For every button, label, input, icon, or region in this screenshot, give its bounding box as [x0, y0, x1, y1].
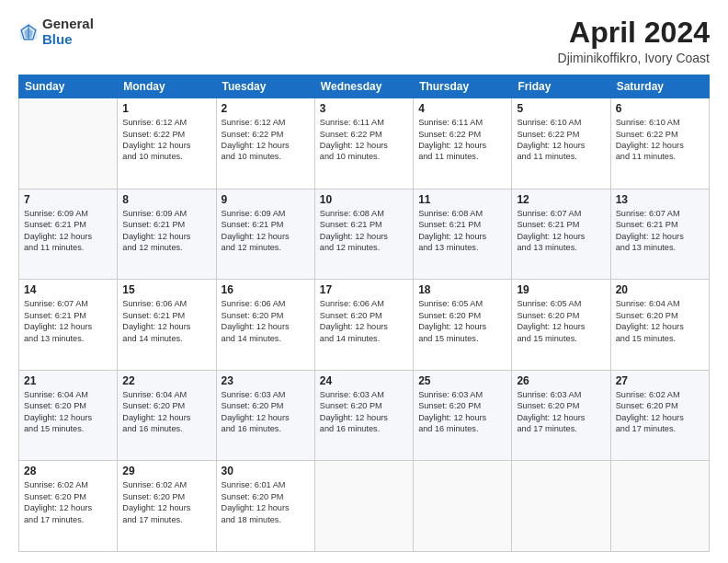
calendar-cell: 7Sunrise: 6:09 AM Sunset: 6:21 PM Daylig…	[19, 189, 118, 280]
calendar-cell: 23Sunrise: 6:03 AM Sunset: 6:20 PM Dayli…	[216, 370, 314, 461]
calendar-cell	[414, 461, 512, 552]
day-number: 12	[517, 193, 605, 206]
calendar-cell: 4Sunrise: 6:11 AM Sunset: 6:22 PM Daylig…	[414, 98, 512, 190]
day-info: Sunrise: 6:03 AM Sunset: 6:20 PM Dayligh…	[517, 389, 605, 435]
calendar-cell: 5Sunrise: 6:10 AM Sunset: 6:22 PM Daylig…	[512, 98, 610, 190]
day-info: Sunrise: 6:10 AM Sunset: 6:22 PM Dayligh…	[616, 117, 704, 163]
calendar-cell: 16Sunrise: 6:06 AM Sunset: 6:20 PM Dayli…	[216, 280, 314, 371]
day-number: 30	[222, 465, 310, 477]
day-info: Sunrise: 6:10 AM Sunset: 6:22 PM Dayligh…	[517, 117, 605, 163]
day-number: 28	[24, 465, 112, 477]
day-number: 5	[517, 102, 605, 115]
day-number: 20	[616, 283, 704, 296]
day-info: Sunrise: 6:09 AM Sunset: 6:21 PM Dayligh…	[222, 208, 310, 254]
calendar-cell: 28Sunrise: 6:02 AM Sunset: 6:20 PM Dayli…	[19, 461, 118, 552]
calendar-cell: 22Sunrise: 6:04 AM Sunset: 6:20 PM Dayli…	[118, 370, 216, 461]
day-info: Sunrise: 6:07 AM Sunset: 6:21 PM Dayligh…	[616, 208, 704, 254]
calendar-cell: 27Sunrise: 6:02 AM Sunset: 6:20 PM Dayli…	[610, 370, 709, 461]
day-number: 8	[122, 193, 210, 206]
day-info: Sunrise: 6:03 AM Sunset: 6:20 PM Dayligh…	[320, 389, 408, 435]
day-info: Sunrise: 6:03 AM Sunset: 6:20 PM Dayligh…	[222, 389, 310, 435]
day-info: Sunrise: 6:04 AM Sunset: 6:20 PM Dayligh…	[24, 389, 112, 435]
calendar-cell: 1Sunrise: 6:12 AM Sunset: 6:22 PM Daylig…	[118, 98, 216, 190]
day-number: 15	[122, 283, 210, 296]
day-info: Sunrise: 6:09 AM Sunset: 6:21 PM Dayligh…	[24, 208, 112, 254]
weekday-header: Wednesday	[314, 75, 413, 98]
day-number: 7	[24, 193, 112, 206]
day-info: Sunrise: 6:04 AM Sunset: 6:20 PM Dayligh…	[122, 389, 210, 435]
calendar-cell	[314, 461, 413, 552]
calendar-cell	[512, 461, 610, 552]
calendar-cell: 25Sunrise: 6:03 AM Sunset: 6:20 PM Dayli…	[414, 370, 512, 461]
calendar-week-row: 21Sunrise: 6:04 AM Sunset: 6:20 PM Dayli…	[19, 370, 710, 461]
weekday-header: Sunday	[19, 75, 118, 98]
day-number: 9	[222, 193, 310, 206]
day-number: 18	[418, 283, 506, 296]
calendar-week-row: 28Sunrise: 6:02 AM Sunset: 6:20 PM Dayli…	[19, 461, 710, 552]
day-info: Sunrise: 6:05 AM Sunset: 6:20 PM Dayligh…	[418, 298, 506, 344]
day-number: 29	[122, 465, 210, 477]
day-number: 11	[418, 193, 506, 206]
calendar-cell: 14Sunrise: 6:07 AM Sunset: 6:21 PM Dayli…	[19, 280, 118, 371]
day-info: Sunrise: 6:07 AM Sunset: 6:21 PM Dayligh…	[517, 208, 605, 254]
calendar-cell: 6Sunrise: 6:10 AM Sunset: 6:22 PM Daylig…	[610, 98, 709, 190]
weekday-header: Monday	[118, 75, 216, 98]
day-number: 3	[320, 102, 408, 115]
day-number: 6	[616, 102, 704, 115]
day-number: 4	[418, 102, 506, 115]
day-info: Sunrise: 6:07 AM Sunset: 6:21 PM Dayligh…	[24, 298, 112, 344]
logo-blue: Blue	[42, 32, 94, 48]
day-info: Sunrise: 6:08 AM Sunset: 6:21 PM Dayligh…	[320, 208, 408, 254]
day-info: Sunrise: 6:04 AM Sunset: 6:20 PM Dayligh…	[616, 298, 704, 344]
day-number: 17	[320, 283, 408, 296]
weekday-header: Saturday	[610, 75, 709, 98]
logo-icon	[18, 22, 39, 42]
day-number: 19	[517, 283, 605, 296]
day-info: Sunrise: 6:06 AM Sunset: 6:21 PM Dayligh…	[122, 298, 210, 344]
calendar-cell: 18Sunrise: 6:05 AM Sunset: 6:20 PM Dayli…	[414, 280, 512, 371]
day-number: 14	[24, 283, 112, 296]
calendar-cell: 15Sunrise: 6:06 AM Sunset: 6:21 PM Dayli…	[118, 280, 216, 371]
logo-general: General	[42, 17, 94, 32]
calendar-cell: 20Sunrise: 6:04 AM Sunset: 6:20 PM Dayli…	[610, 280, 709, 371]
calendar-cell: 3Sunrise: 6:11 AM Sunset: 6:22 PM Daylig…	[314, 98, 413, 190]
day-info: Sunrise: 6:09 AM Sunset: 6:21 PM Dayligh…	[122, 208, 210, 254]
day-info: Sunrise: 6:12 AM Sunset: 6:22 PM Dayligh…	[222, 117, 310, 163]
weekday-row: SundayMondayTuesdayWednesdayThursdayFrid…	[19, 75, 710, 98]
weekday-header: Tuesday	[216, 75, 314, 98]
calendar-week-row: 14Sunrise: 6:07 AM Sunset: 6:21 PM Dayli…	[19, 280, 710, 371]
day-info: Sunrise: 6:06 AM Sunset: 6:20 PM Dayligh…	[222, 298, 310, 344]
day-number: 22	[122, 374, 210, 387]
calendar-cell: 24Sunrise: 6:03 AM Sunset: 6:20 PM Dayli…	[314, 370, 413, 461]
day-info: Sunrise: 6:02 AM Sunset: 6:20 PM Dayligh…	[616, 389, 704, 435]
calendar-cell: 26Sunrise: 6:03 AM Sunset: 6:20 PM Dayli…	[512, 370, 610, 461]
calendar-cell: 11Sunrise: 6:08 AM Sunset: 6:21 PM Dayli…	[414, 189, 512, 280]
day-number: 24	[320, 374, 408, 387]
location: Djiminikoffikro, Ivory Coast	[558, 51, 710, 65]
calendar-cell	[19, 98, 118, 190]
day-number: 1	[122, 102, 210, 115]
calendar-cell: 29Sunrise: 6:02 AM Sunset: 6:20 PM Dayli…	[118, 461, 216, 552]
day-number: 23	[222, 374, 310, 387]
calendar-table: SundayMondayTuesdayWednesdayThursdayFrid…	[18, 75, 710, 552]
weekday-header: Thursday	[414, 75, 512, 98]
day-number: 2	[222, 102, 310, 115]
day-info: Sunrise: 6:03 AM Sunset: 6:20 PM Dayligh…	[418, 389, 506, 435]
day-info: Sunrise: 6:12 AM Sunset: 6:22 PM Dayligh…	[122, 117, 210, 163]
calendar-cell: 10Sunrise: 6:08 AM Sunset: 6:21 PM Dayli…	[314, 189, 413, 280]
day-number: 27	[616, 374, 704, 387]
calendar-cell: 30Sunrise: 6:01 AM Sunset: 6:20 PM Dayli…	[216, 461, 314, 552]
day-number: 16	[222, 283, 310, 296]
day-info: Sunrise: 6:02 AM Sunset: 6:20 PM Dayligh…	[122, 479, 210, 525]
month-title: April 2024	[558, 17, 710, 49]
day-info: Sunrise: 6:01 AM Sunset: 6:20 PM Dayligh…	[222, 479, 310, 525]
day-info: Sunrise: 6:02 AM Sunset: 6:20 PM Dayligh…	[24, 479, 112, 525]
day-info: Sunrise: 6:11 AM Sunset: 6:22 PM Dayligh…	[418, 117, 506, 163]
day-number: 21	[24, 374, 112, 387]
day-number: 25	[418, 374, 506, 387]
day-number: 10	[320, 193, 408, 206]
calendar-body: 1Sunrise: 6:12 AM Sunset: 6:22 PM Daylig…	[19, 98, 710, 552]
calendar-cell: 17Sunrise: 6:06 AM Sunset: 6:20 PM Dayli…	[314, 280, 413, 371]
calendar-cell: 19Sunrise: 6:05 AM Sunset: 6:20 PM Dayli…	[512, 280, 610, 371]
weekday-header: Friday	[512, 75, 610, 98]
